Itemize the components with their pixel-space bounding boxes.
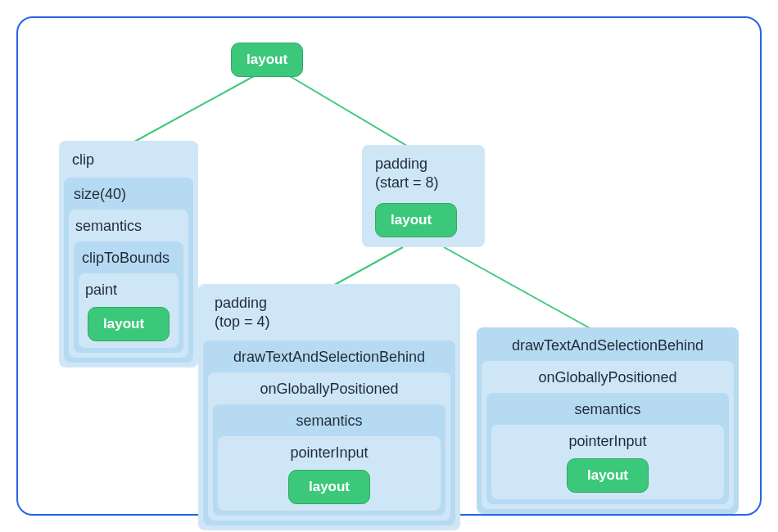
nest-semantics: semantics clipToBounds paint layout <box>69 210 188 358</box>
root-node: layout <box>231 43 303 77</box>
edge-mid-bottomright <box>444 247 591 329</box>
semantics-label-3: semantics <box>491 398 724 422</box>
nest-pointerinput-1: pointerInput layout <box>218 436 441 511</box>
padding-start-line1: padding <box>375 156 427 172</box>
pointerinput-label-2: pointerInput <box>496 430 719 453</box>
cliptobounds-label: clipToBounds <box>79 246 179 270</box>
nest-globalpos-1: onGloballyPositioned semantics pointerIn… <box>208 372 450 521</box>
edge-root-left <box>129 75 256 145</box>
paint-label: paint <box>84 278 174 302</box>
semantics-label-2: semantics <box>218 409 441 433</box>
layout-pill: layout <box>231 43 303 77</box>
padding-top-label: padding (top = 4) <box>203 289 455 337</box>
layout-pill-left: layout <box>88 307 170 341</box>
pointerinput-label-1: pointerInput <box>223 441 436 465</box>
padding-top-line2: (top = 4) <box>215 313 270 330</box>
drawtext-label-1: drawTextAndSelectionBehind <box>208 345 450 369</box>
nest-paint: paint layout <box>79 273 179 348</box>
nest-pointerinput-2: pointerInput layout <box>491 425 724 499</box>
layout-pill-bl: layout <box>288 470 370 504</box>
globalpos-label-1: onGloballyPositioned <box>213 377 446 401</box>
node-padding-top: padding (top = 4) drawTextAndSelectionBe… <box>198 284 460 530</box>
size-label: size(40) <box>69 183 188 206</box>
padding-start-label: padding (start = 8) <box>367 150 480 198</box>
nest-globalpos-2: onGloballyPositioned semantics pointerIn… <box>482 361 734 509</box>
nest-semantics-3: semantics pointerInput layout <box>486 393 729 504</box>
node-drawtext-right: drawTextAndSelectionBehind onGloballyPos… <box>477 327 739 514</box>
padding-top-line1: padding <box>215 295 267 311</box>
layout-pill-mid: layout <box>375 203 457 237</box>
nest-size: size(40) semantics clipToBounds paint la… <box>64 178 193 363</box>
node-clip: clip size(40) semantics clipToBounds pai… <box>59 141 198 367</box>
padding-start-line2: (start = 8) <box>375 174 439 191</box>
drawtext-label-2: drawTextAndSelectionBehind <box>482 332 734 358</box>
diagram-frame: layout clip size(40) semantics clipToBou… <box>16 16 762 516</box>
node-padding-start: padding (start = 8) layout <box>362 145 485 247</box>
clip-label: clip <box>64 146 193 174</box>
globalpos-label-2: onGloballyPositioned <box>486 366 729 390</box>
nest-cliptobounds: clipToBounds paint layout <box>74 241 183 353</box>
nest-drawtext-1: drawTextAndSelectionBehind onGloballyPos… <box>203 340 455 525</box>
nest-semantics-2: semantics pointerInput layout <box>213 404 446 516</box>
layout-pill-br: layout <box>567 458 649 493</box>
semantics-label-1: semantics <box>74 214 183 238</box>
edge-root-mid <box>288 75 419 153</box>
